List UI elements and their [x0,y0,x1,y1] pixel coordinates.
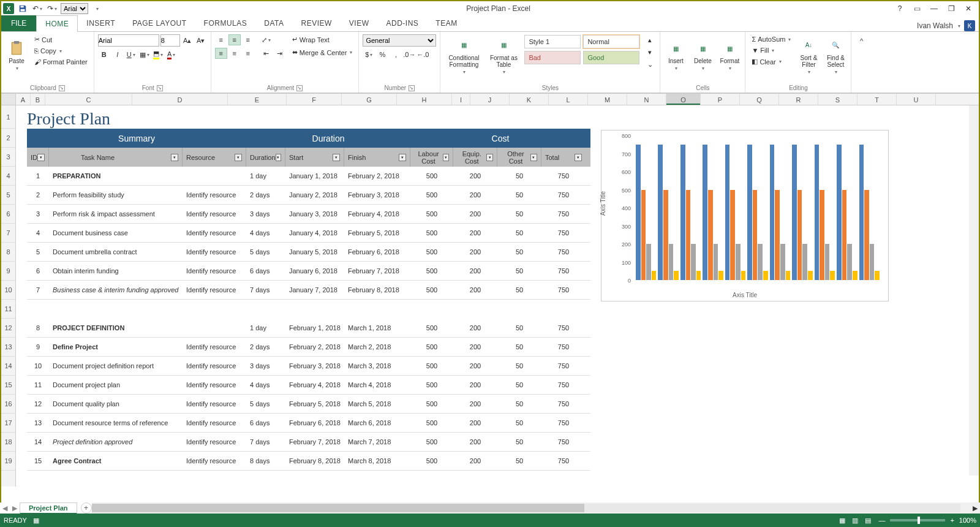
col-header-U[interactable]: U [897,94,936,105]
col-header-E[interactable]: E [228,94,287,105]
cost-chart[interactable]: Axis Title Axis Title 010020030040050060… [601,130,889,301]
conditional-formatting-button[interactable]: ▦ Conditional Formatting▾ [444,34,483,77]
copy-button[interactable]: ⎘Copy▾ [32,46,90,56]
align-left-icon[interactable]: ≡ [215,48,227,59]
select-all-button[interactable] [1,94,16,105]
horizontal-scrollbar[interactable]: ◀ ▶ [0,502,980,514]
sheet-nav-prev-icon[interactable]: ◀ [0,504,10,512]
styles-expand-icon[interactable]: ⌄ [644,59,656,70]
row-header[interactable]: 16 [1,395,15,414]
col-header-N[interactable]: N [627,94,666,105]
row-header[interactable]: 8 [1,243,15,262]
user-name[interactable]: Ivan Walsh [917,21,953,30]
table-row[interactable]: 8PROJECT DEFINITION1 dayFebruary 1, 2018… [27,319,590,338]
help-icon[interactable]: ? [892,2,908,15]
col-header-P[interactable]: P [701,94,740,105]
table-row[interactable]: 6Obtain interim fundingIdentify resource… [27,262,590,281]
undo-icon[interactable]: ↶▾ [31,2,43,15]
col-header-K[interactable]: K [510,94,549,105]
ribbon-tab-data[interactable]: DATA [255,15,292,31]
row-header[interactable]: 17 [1,414,15,433]
col-header-O[interactable]: O [666,94,701,105]
row-header[interactable]: 9 [1,262,15,281]
filter-icon[interactable]: ▾ [235,154,242,161]
col-header-B[interactable]: B [31,94,45,105]
format-painter-button[interactable]: 🖌Format Painter [32,57,90,67]
font-size-input[interactable] [160,34,180,47]
row-header[interactable]: 18 [1,433,15,452]
decrease-decimal-icon[interactable]: ←.0 [417,49,429,60]
col-header-C[interactable]: C [45,94,132,105]
filter-icon[interactable]: ▾ [530,154,537,161]
accounting-format-icon[interactable]: $▾ [363,49,375,60]
alignment-dialog-launcher[interactable] [296,85,303,91]
comma-format-icon[interactable]: , [390,49,402,60]
align-bottom-icon[interactable]: ≡ [242,34,254,45]
row-header[interactable]: 15 [1,376,15,395]
filter-icon[interactable]: ▾ [486,154,493,161]
zoom-slider[interactable] [890,519,945,521]
table-row[interactable]: 9Define ProjectIdentify resource2 daysFe… [27,338,590,357]
autosum-button[interactable]: ΣAutoSum▾ [749,34,793,44]
table-row[interactable]: 11Document project planIdentify resource… [27,376,590,395]
cell-style-normal[interactable]: Normal [583,35,639,48]
table-row[interactable]: 5Document umbrella contractIdentify reso… [27,243,590,262]
row-header[interactable]: 11 [1,300,15,319]
ribbon-tab-insert[interactable]: INSERT [78,15,124,31]
bold-button[interactable]: B [98,49,110,60]
col-header-A[interactable]: A [16,94,31,105]
paste-button[interactable]: Paste▾ [5,34,28,77]
row-header[interactable]: 5 [1,186,15,205]
cell-style-good[interactable]: Good [583,51,639,64]
col-header-G[interactable]: G [342,94,397,105]
zoom-out-icon[interactable]: — [878,517,885,524]
col-header-S[interactable]: S [818,94,858,105]
col-header-I[interactable]: I [452,94,470,105]
filter-icon[interactable]: ▾ [443,154,449,161]
page-layout-view-icon[interactable]: ▥ [850,515,861,525]
filter-icon[interactable]: ▾ [333,154,340,161]
col-header-R[interactable]: R [779,94,818,105]
ribbon-options-icon[interactable]: ▭ [909,2,925,15]
orientation-icon[interactable]: ⤢▾ [260,34,273,45]
row-header[interactable]: 14 [1,357,15,376]
delete-cells-button[interactable]: ▦Delete▾ [691,34,714,77]
ribbon-tab-view[interactable]: VIEW [341,15,378,31]
merge-center-button[interactable]: ⬌Merge & Center▾ [290,47,355,58]
number-dialog-launcher[interactable] [409,85,415,91]
filter-icon[interactable]: ▾ [171,154,178,161]
filter-icon[interactable]: ▾ [276,154,281,161]
zoom-in-icon[interactable]: + [950,517,954,524]
col-header-H[interactable]: H [397,94,452,105]
normal-view-icon[interactable]: ▦ [837,515,848,525]
table-row[interactable]: 2Perform feasibility studyIdentify resou… [27,186,590,205]
decrease-font-icon[interactable]: A▾ [195,35,207,46]
filter-icon[interactable]: ▾ [399,154,406,161]
sort-filter-button[interactable]: A↓Sort & Filter▾ [797,34,820,77]
row-header[interactable]: 6 [1,205,15,224]
file-tab[interactable]: FILE [1,15,36,31]
cut-button[interactable]: ✂Cut [32,34,90,45]
percent-format-icon[interactable]: % [376,49,388,60]
col-header-T[interactable]: T [858,94,897,105]
qat-customize-icon[interactable]: ▾ [91,2,103,15]
col-header-M[interactable]: M [588,94,627,105]
table-row[interactable]: 15Agree ContractIdentify resource8 daysF… [27,452,590,471]
ribbon-tab-formulas[interactable]: FORMULAS [195,15,256,31]
row-header[interactable]: 7 [1,224,15,243]
number-format-select[interactable]: General [363,34,436,47]
add-sheet-button[interactable]: + [81,502,92,514]
align-center-icon[interactable]: ≡ [228,48,241,59]
row-header[interactable]: 2 [1,129,15,148]
col-header-D[interactable]: D [132,94,228,105]
clear-button[interactable]: ◧Clear▾ [749,56,793,67]
save-icon[interactable] [17,2,29,15]
table-row[interactable]: 12Document quality planIdentify resource… [27,395,590,414]
table-row[interactable]: 7Business case & interim funding approve… [27,281,590,300]
page-break-view-icon[interactable]: ▤ [862,515,873,525]
redo-icon[interactable]: ↷▾ [46,2,58,15]
ribbon-tab-team[interactable]: TEAM [427,15,466,31]
table-row[interactable]: 13Document resource terms of referenceId… [27,414,590,433]
fill-color-button[interactable]: ⬒▾ [152,49,164,60]
row-header[interactable]: 12 [1,319,15,338]
